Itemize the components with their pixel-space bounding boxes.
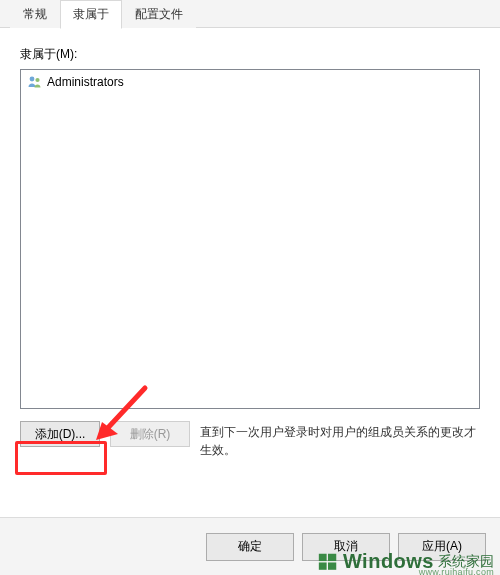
tab-body-memberof: 隶属于(M): Administrators 添加(D)... 删除(R) 直到… [0,28,500,517]
memberof-hint: 直到下一次用户登录时对用户的组成员关系的更改才生效。 [200,421,480,459]
properties-dialog: 常规 隶属于 配置文件 隶属于(M): Administrators 添加(D)… [0,0,500,575]
memberof-label: 隶属于(M): [20,46,480,63]
cancel-button[interactable]: 取消 [302,533,390,561]
apply-button[interactable]: 应用(A) [398,533,486,561]
tab-general[interactable]: 常规 [10,0,60,28]
tab-strip: 常规 隶属于 配置文件 [0,0,500,28]
add-button[interactable]: 添加(D)... [20,421,100,447]
list-item-label: Administrators [47,75,124,89]
memberof-listbox[interactable]: Administrators [20,69,480,409]
ok-button[interactable]: 确定 [206,533,294,561]
tab-profile[interactable]: 配置文件 [122,0,196,28]
svg-point-0 [30,77,35,82]
list-item[interactable]: Administrators [23,72,477,92]
group-icon [27,74,43,90]
svg-point-1 [35,78,39,82]
dialog-button-bar: 确定 取消 应用(A) [0,517,500,575]
tab-memberof[interactable]: 隶属于 [60,0,122,29]
memberof-actions-row: 添加(D)... 删除(R) 直到下一次用户登录时对用户的组成员关系的更改才生效… [20,421,480,459]
remove-button: 删除(R) [110,421,190,447]
